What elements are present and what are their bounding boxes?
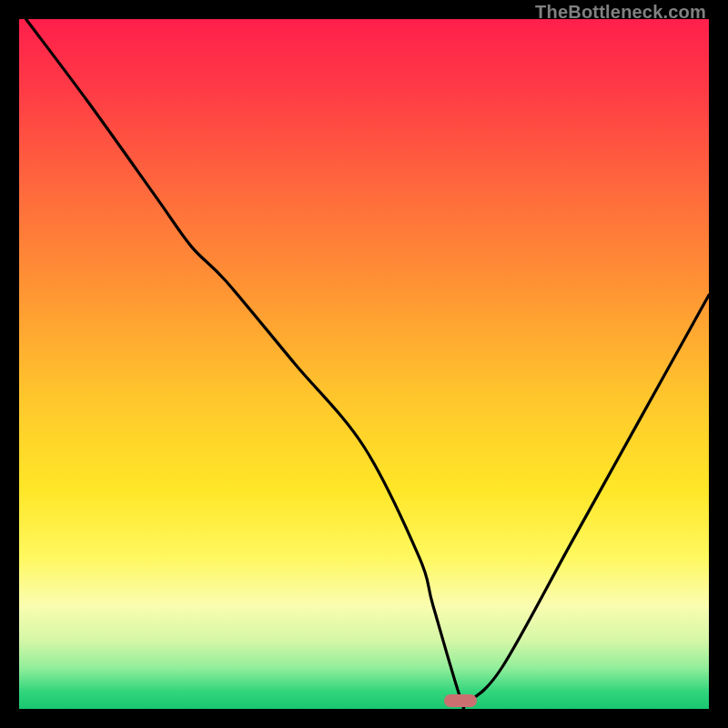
bottleneck-curve: [19, 19, 709, 709]
optimal-marker: [444, 694, 477, 707]
plot-area: [19, 19, 709, 709]
watermark-text: TheBottleneck.com: [535, 2, 706, 23]
chart-frame: TheBottleneck.com: [0, 0, 728, 728]
